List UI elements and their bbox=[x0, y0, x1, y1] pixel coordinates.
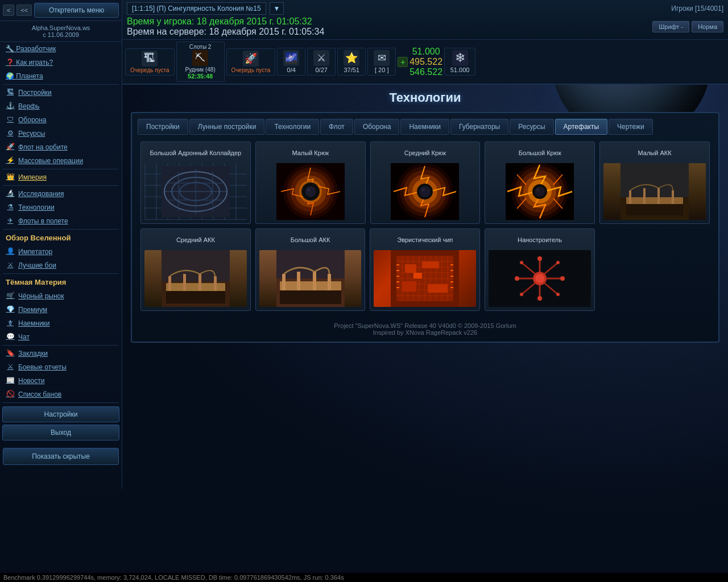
svg-rect-51 bbox=[168, 276, 171, 291]
sidebar-item-research[interactable]: 🔬 Исследования bbox=[0, 187, 122, 201]
sidebar-item-premium[interactable]: 💎 Премиум bbox=[0, 303, 122, 317]
sidebar-item-defense[interactable]: 🛡 Оборона bbox=[0, 113, 122, 127]
divider3 bbox=[3, 185, 119, 186]
svg-point-108 bbox=[537, 256, 542, 261]
sidebar-item-bookmarks[interactable]: 🔖 Закладки bbox=[0, 347, 122, 360]
tab-mercenaries[interactable]: Наемники bbox=[400, 119, 449, 135]
howto-link[interactable]: ❓ Как играть? bbox=[0, 56, 122, 69]
normal-font-button[interactable]: Норма bbox=[692, 21, 723, 32]
items-grid-row1: Большой Адронный Коллайдер bbox=[138, 142, 713, 224]
plus-button[interactable]: + bbox=[398, 57, 408, 67]
settings-button[interactable]: Настройки bbox=[2, 406, 119, 422]
divider5 bbox=[3, 273, 119, 274]
sidebar-item-buildings[interactable]: 🏗 Постройки bbox=[0, 86, 122, 99]
item-akk-mid[interactable]: Средний АКК bbox=[140, 228, 251, 311]
sidebar-item-emperor[interactable]: 👤 Импетатор bbox=[0, 245, 122, 259]
sidebar-item-battle-reports[interactable]: ⚔ Боевые отчеты bbox=[0, 360, 122, 374]
tab-governors[interactable]: Губернаторы bbox=[450, 119, 508, 135]
sidebar-item-resources[interactable]: ⚙ Ресурсы bbox=[0, 127, 122, 140]
nano-svg bbox=[506, 250, 574, 307]
sidebar-item-fleets-flying[interactable]: ✈ Флоты в полете bbox=[0, 214, 122, 228]
nav-back-button[interactable]: < bbox=[3, 5, 14, 16]
build-queue-item[interactable]: 🏗 Очередь пуста bbox=[125, 48, 175, 76]
open-menu-button[interactable]: Откртепить меню bbox=[34, 3, 119, 18]
dev-link[interactable]: 🔧 Разработчик bbox=[0, 42, 122, 56]
shipyard-icon: ⚓ bbox=[6, 102, 15, 111]
sidebar-item-tech[interactable]: ⚗ Технологии bbox=[0, 201, 122, 214]
sidebar-item-news[interactable]: 📰 Новости bbox=[0, 374, 122, 388]
logout-button[interactable]: Выход bbox=[2, 425, 119, 440]
sidebar-item-mercenaries[interactable]: 🗡 Наемники bbox=[0, 317, 122, 330]
research-icon: 🔬 bbox=[6, 189, 15, 198]
fleets-flying-icon: ✈ bbox=[6, 217, 15, 226]
planet-icon: 🌍 bbox=[6, 72, 14, 80]
nav-forward-button[interactable]: << bbox=[16, 5, 32, 16]
sidebar-item-empire[interactable]: 👑 Империя bbox=[0, 171, 122, 184]
sidebar-item-bans[interactable]: 🚫 Список банов bbox=[0, 388, 122, 401]
svg-point-109 bbox=[537, 296, 542, 301]
fleet-stat2-item[interactable]: ⚔ 0/27 bbox=[307, 48, 336, 76]
tab-resources[interactable]: Ресурсы bbox=[510, 119, 553, 135]
svg-point-18 bbox=[305, 186, 316, 197]
item-nano[interactable]: Наностроитель bbox=[485, 228, 595, 311]
sidebar-item-top-battles[interactable]: ⚔ Лучшие бои bbox=[0, 259, 122, 272]
tab-buildings[interactable]: Постройки bbox=[138, 119, 188, 135]
svg-rect-90 bbox=[396, 281, 399, 282]
svg-point-115 bbox=[556, 293, 560, 296]
svg-rect-89 bbox=[396, 276, 399, 277]
divider1 bbox=[3, 84, 119, 85]
planet-link[interactable]: 🌍 Планета bbox=[0, 69, 122, 83]
footer-inspired: Inspired by XNova RageRepack v226 bbox=[138, 329, 713, 336]
chip-svg bbox=[391, 250, 459, 307]
mine-item[interactable]: Слоты 2 ⛏ Рудник (48) 52:35:48 bbox=[176, 41, 225, 82]
item-crook-mid[interactable]: Средний Крюк bbox=[370, 142, 481, 224]
crook-big-svg bbox=[506, 163, 574, 220]
sidebar-item-mass-ops[interactable]: ⚡ Массовые операции bbox=[0, 154, 122, 168]
svg-rect-45 bbox=[657, 188, 660, 204]
fleet-queue-item[interactable]: 🚀 Очередь пуста bbox=[226, 48, 276, 76]
svg-point-38 bbox=[535, 186, 545, 197]
footer-project: Project "SuperNova.WS" Release 40 V40d0 … bbox=[138, 322, 713, 329]
tab-moon-buildings[interactable]: Лунные постройки bbox=[189, 119, 265, 135]
crook-mid-name: Средний Крюк bbox=[374, 146, 477, 160]
show-hidden-button[interactable]: Показать скрытые bbox=[3, 448, 119, 465]
svg-rect-88 bbox=[396, 270, 399, 271]
tab-defense[interactable]: Оборона bbox=[354, 119, 400, 135]
fleet-stat1-item[interactable]: 🌌 0/4 bbox=[277, 48, 305, 76]
tab-artifacts[interactable]: Артефакты bbox=[555, 119, 608, 135]
build-queue-label: Очередь пуста bbox=[130, 67, 169, 73]
item-akk-small[interactable]: Малый АКК bbox=[599, 142, 710, 224]
build-queue-icon: 🏗 bbox=[142, 51, 158, 66]
mail-item[interactable]: ✉ [ 20 ] bbox=[367, 48, 396, 76]
sidebar-item-chat[interactable]: 💬 Чат bbox=[0, 330, 122, 344]
akk-mid-image bbox=[144, 250, 247, 307]
item-akk-big[interactable]: Большой АКК bbox=[255, 228, 366, 311]
tab-blueprints[interactable]: Чертежи bbox=[609, 119, 653, 135]
item-collider[interactable]: Большой Адронный Коллайдер bbox=[140, 142, 251, 224]
svg-rect-84 bbox=[402, 281, 416, 292]
tab-fleet[interactable]: Флот bbox=[320, 119, 353, 135]
item-crook-small[interactable]: Малый Крюк bbox=[255, 142, 366, 224]
sidebar-item-shipyard[interactable]: ⚓ Верфь bbox=[0, 99, 122, 113]
font-decrease-button[interactable]: Шрифт - bbox=[652, 21, 689, 32]
mail-value: [ 20 ] bbox=[375, 66, 388, 73]
resources-icon: ⚙ bbox=[6, 129, 15, 138]
item-chip[interactable]: Эвристический чип bbox=[370, 228, 480, 311]
benchmark-bar: Benchmark 0.39129996299744s, memory: 3,7… bbox=[0, 573, 728, 582]
crook-small-svg bbox=[276, 163, 345, 220]
sidebar-item-fleet-orbit[interactable]: 🚀 Флот на орбите bbox=[0, 140, 122, 154]
item-crook-big[interactable]: Большой Крюк bbox=[485, 142, 595, 224]
svg-point-29 bbox=[421, 188, 425, 192]
crystal-item[interactable]: ❄ 51.000 bbox=[444, 48, 475, 76]
tab-technologies[interactable]: Технологии bbox=[266, 119, 319, 135]
divider6 bbox=[3, 345, 119, 346]
mail-icon: ✉ bbox=[374, 50, 390, 66]
svg-rect-55 bbox=[166, 291, 225, 304]
fleet-queue-label: Очередь пуста bbox=[231, 67, 271, 73]
resources-bar: 🏗 Очередь пуста Слоты 2 ⛏ Рудник (48) 52… bbox=[122, 40, 728, 85]
sidebar-item-black-market[interactable]: 🛒 Чёрный рынок bbox=[0, 289, 122, 303]
fleet-queue-icon: 🚀 bbox=[243, 51, 259, 66]
fleet-stat3-item[interactable]: ⭐ 37/51 bbox=[337, 48, 366, 76]
colony-dropdown-button[interactable]: ▼ bbox=[270, 2, 284, 15]
akk-big-svg bbox=[276, 250, 345, 307]
